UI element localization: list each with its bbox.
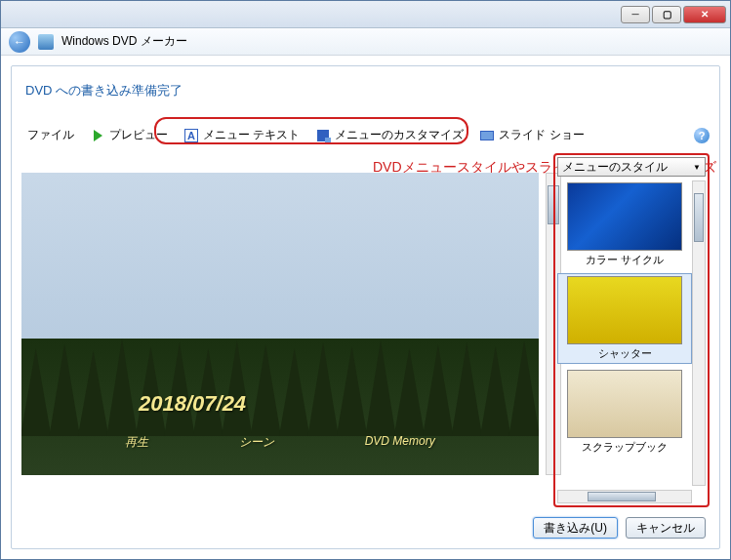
- header-bar: ← Windows DVD メーカー: [1, 28, 730, 56]
- slideshow-icon: [479, 128, 495, 143]
- dvd-menu-scene[interactable]: シーン: [239, 434, 274, 451]
- style-hscrollbar[interactable]: [557, 490, 692, 503]
- play-icon: [90, 128, 105, 143]
- customize-icon: [315, 128, 331, 143]
- close-button[interactable]: ✕: [683, 6, 726, 23]
- style-thumbnail: [567, 370, 682, 438]
- file-menu[interactable]: ファイル: [21, 125, 80, 145]
- maximize-button[interactable]: ▢: [652, 6, 681, 23]
- status-text: DVD への書き込み準備完了: [21, 74, 710, 103]
- dvd-menu-preview[interactable]: 2018/07/24 再生 シーン DVD Memory: [21, 173, 539, 475]
- app-icon: [38, 34, 54, 50]
- burn-button[interactable]: 書き込み(U): [533, 517, 618, 539]
- dvd-title: 2018/07/24: [139, 391, 246, 417]
- app-window: ─ ▢ ✕ ← Windows DVD メーカー DVD への書き込み準備完了 …: [0, 0, 731, 560]
- slideshow-button[interactable]: スライド ショー: [473, 125, 589, 145]
- window-title: Windows DVD メーカー: [61, 33, 187, 50]
- titlebar: ─ ▢ ✕: [1, 1, 730, 28]
- style-panel: メニューのスタイル ▼ カラー サイクル シャッター: [553, 153, 710, 507]
- style-item-color-cycle[interactable]: カラー サイクル: [557, 180, 692, 269]
- cancel-button[interactable]: キャンセル: [626, 517, 706, 539]
- customize-menu-button[interactable]: メニューのカスタマイズ: [309, 125, 469, 145]
- style-thumbnail: [567, 276, 682, 344]
- back-button[interactable]: ←: [9, 31, 30, 53]
- preview-button[interactable]: プレビュー: [84, 125, 174, 145]
- toolbar: ファイル プレビュー A メニュー テキスト メニューのカスタマイズ スライド …: [21, 121, 710, 149]
- preview-area: 2018/07/24 再生 シーン DVD Memory: [21, 153, 546, 507]
- menu-text-button[interactable]: A メニュー テキスト: [178, 125, 305, 145]
- style-dropdown[interactable]: メニューのスタイル ▼: [557, 157, 706, 177]
- style-item-scrapbook[interactable]: スクラップブック: [557, 368, 692, 457]
- text-icon: A: [183, 128, 199, 143]
- chevron-down-icon: ▼: [693, 163, 701, 172]
- dvd-menu-play[interactable]: 再生: [125, 434, 148, 451]
- style-item-shutter[interactable]: シャッター: [557, 273, 692, 364]
- style-thumbnail: [567, 182, 682, 251]
- help-button[interactable]: ?: [694, 128, 710, 143]
- style-vscrollbar[interactable]: [692, 180, 706, 486]
- dvd-menu-memory[interactable]: DVD Memory: [365, 434, 435, 451]
- minimize-button[interactable]: ─: [621, 6, 650, 23]
